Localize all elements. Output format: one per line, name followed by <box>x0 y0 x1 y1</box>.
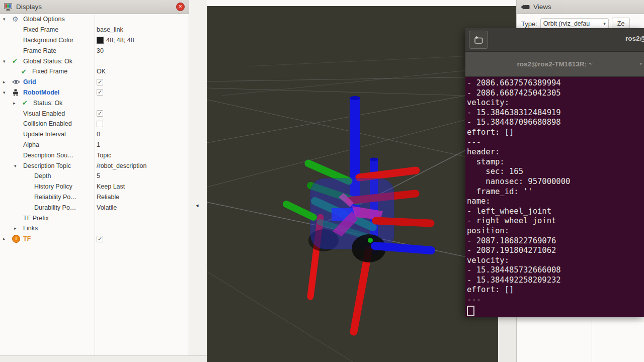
property-value[interactable]: Volatile <box>97 204 117 211</box>
eye-icon <box>12 79 23 85</box>
type-label: Type: <box>521 20 537 28</box>
expander-right-icon[interactable]: ▸ <box>14 226 23 231</box>
expander-right-icon[interactable]: ▸ <box>3 79 12 84</box>
checkbox-checked[interactable]: ✓ <box>97 89 103 96</box>
displays-icon <box>4 3 13 11</box>
chevron-down-icon: ▾ <box>603 21 606 26</box>
robot-model <box>286 96 431 332</box>
property-value[interactable]: OK <box>97 68 106 75</box>
panel-title: Displays <box>16 3 42 11</box>
property-value[interactable]: 30 <box>97 47 104 54</box>
property-value[interactable]: Keep Last <box>97 183 125 190</box>
terminal-titlebar[interactable]: ros2@ <box>465 28 644 52</box>
gear-icon: ⚙ <box>12 15 23 23</box>
camera-icon <box>521 4 530 10</box>
close-icon[interactable]: ✕ <box>176 3 185 11</box>
terminal-output[interactable]: - 2086.6637576389994 - 2086.668742504230… <box>465 77 644 317</box>
status-ok-check-icon: ✔ <box>12 57 23 65</box>
property-label: Depth <box>34 172 51 179</box>
property-value[interactable]: 0 <box>97 131 100 138</box>
property-label: Description Topic <box>23 162 71 169</box>
expander-down-icon[interactable]: ▾ <box>3 17 12 22</box>
property-label: RobotModel <box>23 89 59 96</box>
property-label: Collision Enabled <box>23 120 72 127</box>
expander-down-icon[interactable]: ▾ <box>3 90 12 95</box>
terminal-window[interactable]: ros2@ ros2@ros2-TM1613R: ~ ▾ - 2086.6637… <box>465 28 644 316</box>
property-value[interactable]: base_link <box>97 26 123 33</box>
terminal-cursor <box>467 306 474 316</box>
property-value[interactable]: 48; 48; 48 <box>106 37 134 44</box>
property-label: Reliability Po… <box>34 194 77 201</box>
property-label: Global Status: Ok <box>23 58 72 65</box>
property-label: Global Options <box>23 16 65 23</box>
property-label: History Policy <box>34 183 72 190</box>
checkbox-checked[interactable]: ✓ <box>97 110 103 117</box>
status-ok-check-icon: ✔ <box>22 99 33 107</box>
property-label: Description Sou… <box>23 152 74 159</box>
property-label: Fixed Frame <box>32 68 67 75</box>
property-label: Frame Rate <box>23 47 56 54</box>
collapse-panel-arrow-icon[interactable]: ◂ <box>196 202 199 209</box>
new-tab-icon <box>474 36 483 44</box>
new-tab-button[interactable] <box>469 31 488 49</box>
property-label: Background Color <box>23 37 73 44</box>
property-label: TF Prefix <box>23 215 49 222</box>
displays-panel-header[interactable]: Displays ✕ <box>0 0 189 14</box>
terminal-tab-bar[interactable]: ros2@ros2-TM1613R: ~ ▾ <box>465 52 644 77</box>
views-list-column-divider <box>592 316 592 362</box>
expander-right-icon[interactable]: ▸ <box>3 236 12 241</box>
terminal-tab[interactable]: ros2@ros2-TM1613R: ~ <box>517 60 592 68</box>
expander-right-icon[interactable]: ▸ <box>13 101 22 106</box>
views-panel-header[interactable]: Views <box>517 0 644 14</box>
checkbox-checked[interactable]: ✓ <box>97 236 103 242</box>
property-value[interactable]: 5 <box>97 172 100 179</box>
checkbox-unchecked[interactable] <box>97 121 103 127</box>
property-label: Update Interval <box>23 131 66 138</box>
property-value[interactable]: /robot_description <box>97 162 146 169</box>
property-label: Fixed Frame <box>23 26 58 33</box>
tree-column-divider[interactable] <box>95 14 95 355</box>
terminal-text: - 2086.6637576389994 - 2086.668742504230… <box>467 78 644 305</box>
property-value[interactable]: Reliable <box>97 194 119 201</box>
property-label: Visual Enabled <box>23 110 65 117</box>
expander-down-icon[interactable]: ▾ <box>14 163 23 168</box>
property-label: TF <box>23 235 31 242</box>
property-value[interactable]: Topic <box>97 152 111 159</box>
robot-icon <box>12 89 23 96</box>
warning-icon: ! <box>12 235 23 243</box>
panel-title: Views <box>533 3 551 11</box>
color-swatch[interactable] <box>97 37 104 44</box>
dock-splitter[interactable]: ◂ <box>189 0 207 362</box>
view-type-row: Type: Orbit (rviz_defau ▾ Ze <box>517 14 644 30</box>
time-panel-strip <box>0 355 207 362</box>
expander-down-icon[interactable]: ▾ <box>3 59 12 64</box>
displays-panel: Displays ✕ ▾⚙Global OptionsFixed Frameba… <box>0 0 189 355</box>
property-value[interactable]: 1 <box>97 141 100 148</box>
property-label: Durability Po… <box>34 204 76 211</box>
right-dock-splitter[interactable] <box>498 316 516 362</box>
property-label: Status: Ok <box>33 100 62 107</box>
tab-list-caret-icon[interactable]: ▾ <box>639 61 642 66</box>
terminal-window-title: ros2@ <box>625 35 644 42</box>
view-type-dropdown[interactable]: Orbit (rviz_defau ▾ <box>540 18 609 29</box>
status-ok-check-icon: ✔ <box>21 68 32 75</box>
property-label: Links <box>23 225 38 232</box>
checkbox-checked[interactable]: ✓ <box>97 79 103 85</box>
property-label: Grid <box>23 78 36 85</box>
property-label: Alpha <box>23 141 39 148</box>
